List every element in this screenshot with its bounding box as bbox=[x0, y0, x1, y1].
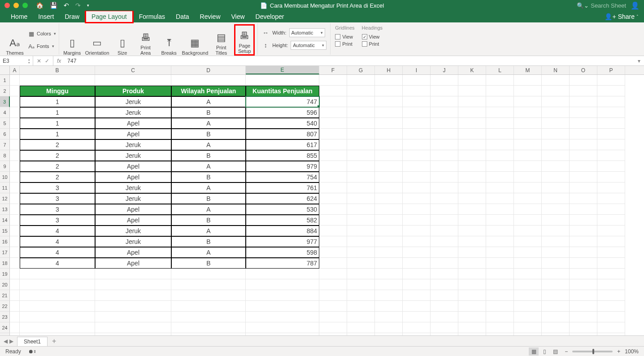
cell-B4[interactable]: 1 bbox=[20, 107, 95, 118]
cell-H23[interactable] bbox=[375, 312, 403, 322]
cell-F11[interactable] bbox=[319, 182, 347, 193]
cell-N15[interactable] bbox=[542, 226, 570, 236]
cell-E9[interactable]: 979 bbox=[246, 161, 319, 172]
cell-L24[interactable] bbox=[486, 322, 514, 333]
margins-button[interactable]: ▯Margins bbox=[62, 24, 83, 56]
cell-E7[interactable]: 617 bbox=[246, 139, 319, 150]
cell-O3[interactable] bbox=[570, 96, 597, 107]
cell-I20[interactable] bbox=[403, 279, 431, 290]
cell-D15[interactable]: A bbox=[171, 226, 246, 236]
cell-F18[interactable] bbox=[319, 258, 347, 269]
cell-C6[interactable]: Apel bbox=[95, 129, 171, 139]
row-header-18[interactable]: 18 bbox=[0, 258, 10, 269]
col-header-C[interactable]: C bbox=[95, 66, 171, 74]
cell-O16[interactable] bbox=[570, 236, 597, 247]
cell-L19[interactable] bbox=[486, 269, 514, 279]
cell-C7[interactable]: Jeruk bbox=[95, 139, 171, 150]
cell-O17[interactable] bbox=[570, 247, 597, 258]
cell-K8[interactable] bbox=[458, 150, 486, 161]
cell-P6[interactable] bbox=[597, 129, 625, 139]
cell-E1[interactable] bbox=[246, 75, 319, 86]
cell-P10[interactable] bbox=[597, 172, 625, 182]
minimize-window-icon[interactable] bbox=[13, 3, 19, 8]
cell-I24[interactable] bbox=[403, 322, 431, 333]
cell-A2[interactable] bbox=[10, 86, 20, 96]
cell-O9[interactable] bbox=[570, 161, 597, 172]
col-header-K[interactable]: K bbox=[458, 66, 486, 74]
normal-view-button[interactable]: ▦ bbox=[529, 347, 539, 356]
cell-E10[interactable]: 754 bbox=[246, 172, 319, 182]
gridlines-view-checkbox[interactable]: View bbox=[335, 34, 354, 39]
cell-B25[interactable] bbox=[20, 333, 95, 335]
cell-N4[interactable] bbox=[542, 107, 570, 118]
cell-C11[interactable]: Jeruk bbox=[95, 182, 171, 193]
cell-J11[interactable] bbox=[431, 182, 458, 193]
cell-M20[interactable] bbox=[514, 279, 542, 290]
cell-J18[interactable] bbox=[431, 258, 458, 269]
cell-G11[interactable] bbox=[347, 182, 375, 193]
user-avatar-icon[interactable]: 👤 bbox=[631, 1, 640, 10]
col-header-A[interactable]: A bbox=[10, 66, 20, 74]
cell-M3[interactable] bbox=[514, 96, 542, 107]
cell-I1[interactable] bbox=[403, 75, 431, 86]
cell-N2[interactable] bbox=[542, 86, 570, 96]
cell-A15[interactable] bbox=[10, 226, 20, 236]
cell-G4[interactable] bbox=[347, 107, 375, 118]
cell-L13[interactable] bbox=[486, 204, 514, 215]
height-select[interactable]: Automatic▾ bbox=[291, 41, 326, 50]
cell-D12[interactable]: B bbox=[171, 193, 246, 204]
orientation-button[interactable]: ▭Orientation bbox=[85, 24, 109, 56]
cell-L21[interactable] bbox=[486, 290, 514, 301]
cell-I14[interactable] bbox=[403, 215, 431, 226]
cell-F13[interactable] bbox=[319, 204, 347, 215]
col-header-N[interactable]: N bbox=[542, 66, 570, 74]
cell-L17[interactable] bbox=[486, 247, 514, 258]
zoom-out-button[interactable]: − bbox=[565, 348, 568, 355]
cell-D3[interactable]: A bbox=[171, 96, 246, 107]
cell-D11[interactable]: A bbox=[171, 182, 246, 193]
background-button[interactable]: ▦Background bbox=[182, 24, 209, 56]
cell-C8[interactable]: Jeruk bbox=[95, 150, 171, 161]
cell-A24[interactable] bbox=[10, 322, 20, 333]
cell-C18[interactable]: Apel bbox=[95, 258, 171, 269]
cell-J5[interactable] bbox=[431, 118, 458, 129]
cell-I10[interactable] bbox=[403, 172, 431, 182]
cell-L15[interactable] bbox=[486, 226, 514, 236]
row-header-25[interactable]: 25 bbox=[0, 333, 10, 335]
cell-I8[interactable] bbox=[403, 150, 431, 161]
cell-E19[interactable] bbox=[246, 269, 319, 279]
cell-L11[interactable] bbox=[486, 182, 514, 193]
cell-N19[interactable] bbox=[542, 269, 570, 279]
cell-H1[interactable] bbox=[375, 75, 403, 86]
cell-L3[interactable] bbox=[486, 96, 514, 107]
cell-I18[interactable] bbox=[403, 258, 431, 269]
cell-F4[interactable] bbox=[319, 107, 347, 118]
cell-M9[interactable] bbox=[514, 161, 542, 172]
cell-N18[interactable] bbox=[542, 258, 570, 269]
row-header-17[interactable]: 17 bbox=[0, 247, 10, 258]
cell-P5[interactable] bbox=[597, 118, 625, 129]
cell-K4[interactable] bbox=[458, 107, 486, 118]
breaks-button[interactable]: ⤒Breaks bbox=[159, 24, 179, 56]
cell-M21[interactable] bbox=[514, 290, 542, 301]
cell-E20[interactable] bbox=[246, 279, 319, 290]
cell-B20[interactable] bbox=[20, 279, 95, 290]
cell-M16[interactable] bbox=[514, 236, 542, 247]
cell-O1[interactable] bbox=[570, 75, 597, 86]
cell-P13[interactable] bbox=[597, 204, 625, 215]
cell-O22[interactable] bbox=[570, 301, 597, 312]
cell-D20[interactable] bbox=[171, 279, 246, 290]
cell-G3[interactable] bbox=[347, 96, 375, 107]
cell-M4[interactable] bbox=[514, 107, 542, 118]
cell-E13[interactable]: 530 bbox=[246, 204, 319, 215]
cell-I9[interactable] bbox=[403, 161, 431, 172]
cell-C15[interactable]: Jeruk bbox=[95, 226, 171, 236]
cell-E11[interactable]: 761 bbox=[246, 182, 319, 193]
cell-B19[interactable] bbox=[20, 269, 95, 279]
cell-F6[interactable] bbox=[319, 129, 347, 139]
cell-K19[interactable] bbox=[458, 269, 486, 279]
cell-O21[interactable] bbox=[570, 290, 597, 301]
page-break-view-button[interactable]: ▤ bbox=[550, 347, 560, 356]
cell-A11[interactable] bbox=[10, 182, 20, 193]
cell-K7[interactable] bbox=[458, 139, 486, 150]
